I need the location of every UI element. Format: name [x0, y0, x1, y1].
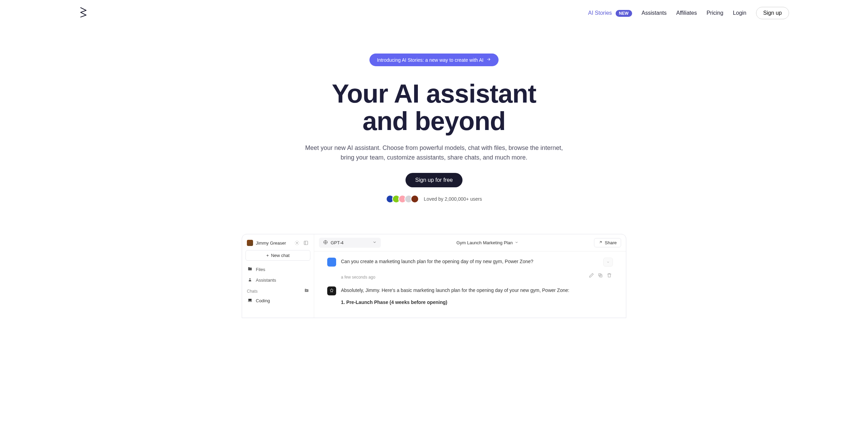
message-text: Absolutely, Jimmy. Here's a basic market…	[341, 286, 613, 294]
announcement-pill[interactable]: Introducing AI Stories: a new way to cre…	[369, 54, 499, 66]
chat-title[interactable]: Gym Launch Marketing Plan	[456, 240, 518, 245]
chevron-down-icon	[515, 240, 518, 245]
social-proof: Loved by 2,000,000+ users	[7, 195, 861, 203]
edit-icon[interactable]	[589, 273, 595, 279]
hero-title: Your AI assistant and beyond	[7, 80, 861, 135]
add-folder-icon[interactable]	[304, 288, 309, 294]
avatar	[411, 195, 419, 203]
sidebar-assistants[interactable]: Assistants	[245, 275, 310, 285]
app-mockup: Jimmy Greaser + New chat Files Assistant…	[242, 234, 626, 318]
logo[interactable]	[79, 7, 89, 19]
nav-ai-stories[interactable]: AI Stories NEW	[588, 10, 632, 16]
svg-rect-3	[248, 299, 251, 301]
main-nav: AI Stories NEW Assistants Affiliates Pri…	[588, 7, 789, 19]
announcement-text: Introducing AI Stories: a new way to cre…	[377, 57, 484, 63]
message-text: Can you create a marketing launch plan f…	[341, 258, 598, 265]
nav-assistants[interactable]: Assistants	[642, 10, 667, 16]
message-assistant: Absolutely, Jimmy. Here's a basic market…	[327, 286, 613, 306]
robot-icon	[248, 277, 252, 283]
laptop-icon	[248, 298, 252, 304]
site-header: AI Stories NEW Assistants Affiliates Pri…	[0, 0, 868, 26]
gear-icon[interactable]	[294, 240, 300, 246]
user-name: Jimmy Greaser	[256, 240, 291, 246]
user-row: Jimmy Greaser	[245, 239, 310, 247]
chevron-down-icon	[373, 240, 377, 245]
svg-point-2	[249, 278, 251, 280]
nav-login[interactable]: Login	[733, 10, 746, 16]
svg-point-0	[296, 242, 298, 244]
hero-subtitle: Meet your new AI assistant. Choose from …	[300, 143, 568, 163]
user-message-avatar	[327, 258, 336, 267]
nav-link-label: AI Stories	[588, 10, 612, 16]
message-user: Can you create a marketing launch plan f…	[327, 258, 613, 280]
svg-rect-1	[304, 241, 308, 245]
new-chat-button[interactable]: + New chat	[245, 250, 310, 261]
message-timestamp: a few seconds ago	[341, 275, 375, 280]
ai-message-avatar	[327, 286, 336, 295]
message-menu-button[interactable]	[603, 258, 613, 267]
social-text: Loved by 2,000,000+ users	[424, 196, 482, 202]
messages-list: Can you create a marketing launch plan f…	[314, 251, 626, 318]
share-button[interactable]: Share	[594, 238, 621, 247]
chat-item-coding[interactable]: Coding	[245, 295, 310, 306]
signup-button[interactable]: Sign up	[756, 7, 789, 19]
chats-section-header: Chats	[245, 285, 310, 295]
avatar-stack	[386, 195, 419, 203]
signup-free-button[interactable]: Sign up for free	[406, 173, 462, 187]
trash-icon[interactable]	[607, 273, 613, 279]
new-badge: NEW	[616, 10, 632, 17]
arrow-out-icon	[598, 240, 603, 245]
chat-main: GPT-4 Gym Launch Marketing Plan Share	[314, 234, 626, 318]
nav-affiliates[interactable]: Affiliates	[676, 10, 697, 16]
sidebar-files[interactable]: Files	[245, 264, 310, 275]
user-avatar	[247, 240, 253, 246]
hero-section: Introducing AI Stories: a new way to cre…	[0, 26, 868, 217]
openai-icon	[323, 240, 328, 246]
nav-pricing[interactable]: Pricing	[707, 10, 723, 16]
sidebar: Jimmy Greaser + New chat Files Assistant…	[242, 234, 314, 318]
folder-icon	[248, 267, 252, 272]
copy-icon[interactable]	[598, 273, 604, 279]
message-heading: 1. Pre-Launch Phase (4 weeks before open…	[341, 298, 613, 306]
arrow-right-icon	[486, 57, 491, 63]
plus-icon: +	[266, 253, 269, 258]
model-selector[interactable]: GPT-4	[319, 238, 381, 248]
chat-topbar: GPT-4 Gym Launch Marketing Plan Share	[314, 234, 626, 251]
collapse-icon[interactable]	[303, 240, 309, 246]
